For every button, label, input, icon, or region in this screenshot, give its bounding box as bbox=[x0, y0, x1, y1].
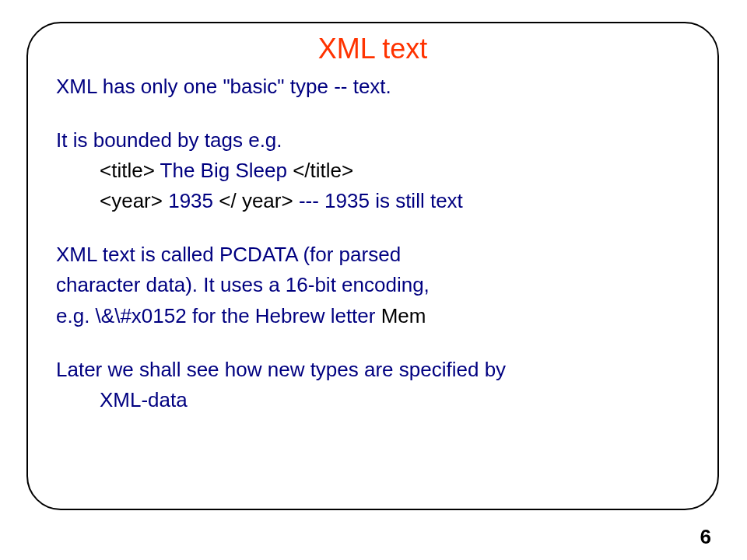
slide-body: XML has only one "basic" type -- text. I… bbox=[56, 73, 689, 414]
spacer bbox=[56, 218, 689, 241]
page-number: 6 bbox=[700, 525, 711, 549]
line-pcdata-2: character data). It uses a 16-bit encodi… bbox=[56, 271, 689, 299]
spacer bbox=[56, 333, 689, 356]
tag-content-title: The Big Sleep bbox=[160, 159, 293, 182]
eg-prefix: e.g. bbox=[56, 304, 96, 327]
tag-close-year: </ year> bbox=[219, 189, 293, 212]
mem-word: Mem bbox=[381, 304, 426, 327]
tag-open-year: <year> bbox=[100, 189, 168, 212]
line-later-2: XML-data bbox=[56, 387, 689, 414]
line-later-1: Later we shall see how new types are spe… bbox=[56, 356, 689, 383]
hex-code: \&\#x0152 for the Hebrew letter bbox=[96, 304, 381, 327]
line-pcdata-3: e.g. \&\#x0152 for the Hebrew letter Mem bbox=[56, 303, 689, 330]
tag-content-year: 1935 bbox=[168, 189, 219, 212]
year-comment: --- 1935 is still text bbox=[293, 189, 463, 212]
spacer bbox=[56, 103, 689, 127]
tag-close-title: </title> bbox=[293, 159, 353, 182]
line-basic-type: XML has only one "basic" type -- text. bbox=[56, 73, 689, 100]
example-year-tag: <year> 1935 </ year> --- 1935 is still t… bbox=[56, 187, 689, 215]
line-pcdata-1: XML text is called PCDATA (for parsed bbox=[56, 241, 689, 268]
slide-title: XML text bbox=[56, 33, 689, 65]
tag-open-title: <title> bbox=[100, 159, 160, 182]
line-bounded-by-tags: It is bounded by tags e.g. bbox=[56, 127, 689, 154]
example-title-tag: <title> The Big Sleep </title> bbox=[56, 157, 689, 184]
slide-frame: XML text XML has only one "basic" type -… bbox=[26, 22, 719, 510]
